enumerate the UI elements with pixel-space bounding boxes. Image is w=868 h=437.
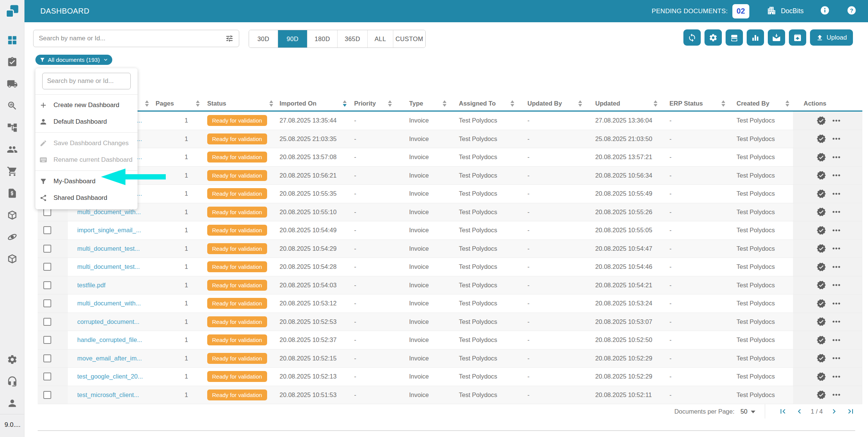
first-page-button[interactable] (778, 407, 787, 416)
validate-action-icon[interactable] (816, 134, 826, 144)
more-actions-icon[interactable] (831, 225, 842, 236)
validate-action-icon[interactable] (816, 262, 826, 272)
sort-icon[interactable] (196, 100, 200, 107)
chart-button[interactable] (747, 29, 764, 46)
validate-action-icon[interactable] (816, 207, 826, 217)
sort-icon[interactable] (578, 100, 582, 107)
column-header-status[interactable]: Status (203, 96, 277, 110)
sort-icon[interactable] (785, 100, 789, 107)
row-checkbox[interactable] (43, 354, 51, 362)
horizontal-scrollbar-track[interactable] (38, 430, 855, 431)
sidebar-item-shipping[interactable] (0, 73, 24, 95)
info-icon[interactable] (820, 6, 830, 17)
more-actions-icon[interactable] (831, 316, 842, 327)
menu-item-create-new-dashboard[interactable]: Create new Dashboard (35, 97, 138, 113)
sort-icon[interactable] (721, 100, 725, 107)
sidebar-item-workflow[interactable] (0, 117, 24, 138)
validate-action-icon[interactable] (816, 372, 826, 382)
sidebar-item-invoices[interactable] (0, 182, 24, 204)
more-actions-icon[interactable] (831, 170, 842, 181)
range-all[interactable]: ALL (367, 30, 393, 48)
validate-action-icon[interactable] (816, 317, 826, 327)
dashboard-menu-search-input[interactable] (42, 73, 131, 89)
row-checkbox[interactable] (43, 318, 51, 326)
row-checkbox[interactable] (43, 281, 51, 289)
column-header-priority[interactable]: Priority (350, 96, 396, 110)
column-header-created-by[interactable]: Created By (729, 96, 793, 110)
validate-action-icon[interactable] (816, 170, 826, 180)
row-checkbox[interactable] (43, 391, 51, 399)
validate-action-icon[interactable] (816, 225, 826, 235)
sort-icon[interactable] (145, 100, 149, 107)
more-actions-icon[interactable] (831, 353, 842, 364)
validate-action-icon[interactable] (816, 299, 826, 308)
search-filter-icon[interactable] (225, 34, 234, 43)
document-name-link[interactable]: testfile.pdf (77, 282, 105, 289)
column-header-assigned-to[interactable]: Assigned To (450, 96, 518, 110)
validate-action-icon[interactable] (816, 189, 826, 199)
sidebar-item-users[interactable] (0, 138, 24, 160)
column-header-updated[interactable]: Updated (586, 96, 661, 110)
settings-button[interactable] (704, 29, 722, 46)
document-name-link[interactable]: multi_document_test... (77, 245, 140, 252)
range-30d[interactable]: 30D (249, 30, 278, 48)
sort-icon[interactable] (443, 100, 446, 107)
sidebar-item-settings[interactable] (0, 348, 24, 370)
next-page-button[interactable] (830, 407, 839, 416)
sort-icon[interactable] (654, 100, 657, 107)
row-checkbox[interactable] (43, 336, 51, 344)
all-documents-filter-chip[interactable]: All documents (193) (35, 55, 112, 65)
more-actions-icon[interactable] (831, 133, 842, 144)
document-name-link[interactable]: import_single_email_... (77, 227, 141, 234)
sort-icon[interactable] (510, 100, 514, 107)
document-name-link[interactable]: multi_document_test... (77, 263, 140, 270)
help-icon[interactable]: ? (847, 6, 856, 17)
scanner-button[interactable] (726, 29, 743, 46)
column-header-pages[interactable]: Pages (153, 96, 203, 110)
column-header-erp-status[interactable]: ERP Status (661, 96, 729, 110)
document-name-link[interactable]: multi_document_with... (77, 209, 141, 216)
per-page-select[interactable]: 50 (741, 408, 755, 415)
more-actions-icon[interactable] (831, 279, 842, 291)
column-header-updated-by[interactable]: Updated By (518, 96, 586, 110)
document-name-link[interactable]: multi_document_with... (77, 300, 141, 307)
menu-item-shared-dashboard[interactable]: Shared Dashbaord (35, 190, 138, 206)
sidebar-item-tasks[interactable] (0, 51, 24, 73)
sidebar-item-purchase[interactable] (0, 160, 24, 182)
more-actions-icon[interactable] (831, 243, 842, 254)
sort-icon[interactable] (388, 100, 392, 107)
validate-action-icon[interactable] (816, 116, 826, 126)
sidebar-item-inventory[interactable] (0, 248, 24, 270)
range-90d[interactable]: 90D (278, 30, 307, 48)
validate-action-icon[interactable] (816, 335, 826, 345)
range-365d[interactable]: 365D (337, 30, 367, 48)
sidebar-item-support[interactable] (0, 370, 24, 392)
sort-icon-active[interactable] (343, 100, 347, 107)
validate-action-icon[interactable] (816, 353, 826, 363)
previous-page-button[interactable] (795, 407, 804, 416)
sidebar-item-packages[interactable] (0, 204, 24, 226)
menu-item-my-dashboard[interactable]: My-Dashboard (35, 173, 138, 190)
document-name-link[interactable]: move_email_after_im... (77, 355, 142, 362)
menu-item-default-dashboard[interactable]: Default Dashboard (35, 113, 138, 130)
document-name-link[interactable]: test_microsoft_client... (77, 391, 139, 399)
more-actions-icon[interactable] (831, 261, 842, 273)
search-input[interactable] (39, 35, 225, 42)
column-header-imported-on[interactable]: Imported On (277, 96, 350, 110)
sidebar-item-integrations[interactable] (0, 226, 24, 248)
row-checkbox[interactable] (43, 226, 51, 234)
more-actions-icon[interactable] (831, 115, 842, 126)
validate-action-icon[interactable] (816, 390, 826, 400)
range-180d[interactable]: 180D (307, 30, 337, 48)
document-name-link[interactable]: corrupted_document... (77, 318, 139, 325)
document-name-link[interactable]: test_google_client_20... (77, 373, 143, 380)
row-checkbox[interactable] (43, 263, 51, 271)
archive-upload-button[interactable] (789, 29, 806, 46)
more-actions-icon[interactable] (831, 334, 842, 346)
sort-icon[interactable] (269, 100, 273, 107)
more-actions-icon[interactable] (831, 152, 842, 163)
document-name-link[interactable]: handle_corrupted_file... (77, 336, 142, 343)
validate-action-icon[interactable] (816, 280, 826, 290)
refresh-button[interactable] (683, 29, 701, 46)
sidebar-item-analytics[interactable] (0, 95, 24, 117)
